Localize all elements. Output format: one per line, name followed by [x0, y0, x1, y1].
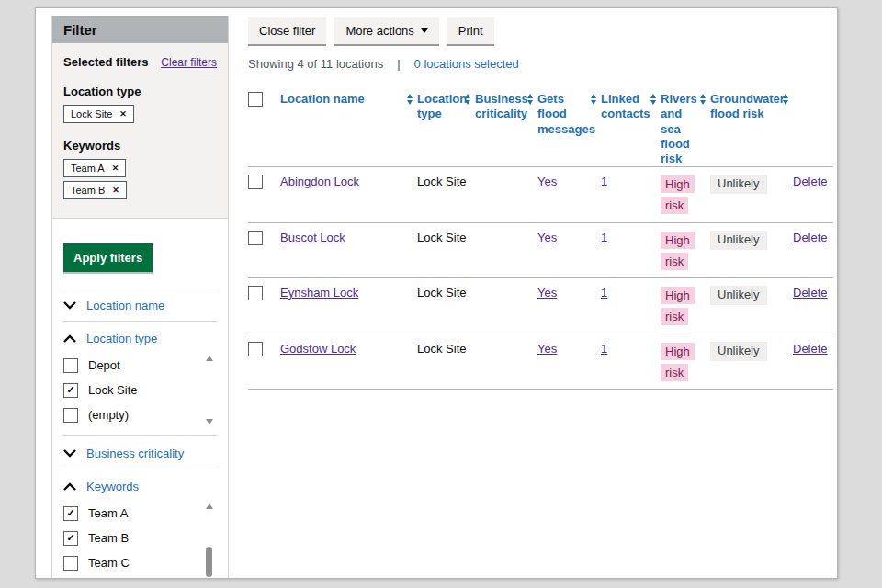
toolbar: Close filter More actions Print [248, 17, 494, 44]
column-header-label: Rivers and sea flood risk [661, 92, 697, 165]
filter-options: ✓ Depot ✓ Lock Site ✓ (empty) [63, 353, 217, 427]
more-actions-button[interactable]: More actions [334, 17, 438, 44]
groundwater-risk-cell: Unlikely [710, 286, 793, 305]
column-header[interactable]: Linked contacts [601, 92, 661, 166]
sort-up-arrow-icon [700, 94, 706, 98]
delete-link[interactable]: Delete [793, 286, 828, 300]
checkbox[interactable]: ✓ [63, 506, 78, 521]
linked-contacts-link[interactable]: 1 [601, 286, 607, 300]
row-checkbox[interactable]: ✓ [248, 342, 263, 356]
remove-tag-icon[interactable]: ✕ [119, 109, 127, 119]
checkbox[interactable]: ✓ [63, 358, 78, 373]
row-select-cell: ✓ [248, 342, 280, 356]
results-count: Showing 4 of 11 locations [248, 57, 383, 71]
row-checkbox[interactable]: ✓ [248, 286, 263, 300]
flood-messages-link[interactable]: Yes [537, 175, 557, 188]
column-header[interactable]: Rivers and sea flood risk [661, 92, 710, 166]
remove-tag-icon[interactable]: ✕ [112, 186, 119, 195]
column-header[interactable]: Location type [417, 92, 475, 166]
scroll-up-arrow-icon[interactable] [206, 356, 213, 361]
filter-option-label: Lock Site [88, 383, 137, 397]
location-type-cell: Lock Site [417, 286, 475, 301]
location-type-cell: Lock Site [417, 231, 475, 246]
filter-option[interactable]: ✓ Lock Site [63, 378, 195, 402]
linked-contacts-link[interactable]: 1 [601, 231, 607, 244]
delete-link[interactable]: Delete [793, 231, 828, 244]
location-name-cell: Abingdon Lock [280, 175, 417, 190]
groundwater-risk-cell: Unlikely [710, 175, 793, 194]
filter-option[interactable]: ✓ Upper Thames [63, 575, 195, 578]
sort-icon[interactable] [527, 94, 533, 105]
filter-section-toggle[interactable]: Location type [63, 332, 217, 345]
select-all-checkbox[interactable]: ✓ [248, 92, 263, 107]
filter-tag-row: Team B ✕ [63, 181, 217, 199]
sort-icon[interactable] [783, 94, 788, 105]
linked-contacts-link[interactable]: 1 [601, 342, 607, 356]
linked-contacts-link[interactable]: 1 [601, 175, 607, 188]
delete-link[interactable]: Delete [793, 342, 828, 356]
sort-icon[interactable] [591, 94, 596, 105]
flood-messages-link[interactable]: Yes [537, 342, 557, 356]
sort-icon[interactable] [465, 94, 470, 105]
column-header[interactable]: Gets flood messages [537, 92, 601, 166]
column-header[interactable]: Groundwater flood risk [710, 92, 793, 166]
checkbox[interactable]: ✓ [63, 383, 78, 398]
filter-tag[interactable]: Lock Site ✕ [63, 105, 134, 123]
checkbox[interactable]: ✓ [63, 556, 78, 571]
filter-option[interactable]: ✓ Depot [63, 353, 195, 378]
checkmark-icon: ✓ [66, 385, 74, 395]
filter-tag[interactable]: Team B ✕ [63, 181, 127, 199]
scroll-up-arrow-icon[interactable] [206, 503, 213, 509]
location-name-link[interactable]: Godstow Lock [280, 342, 356, 356]
table-row: ✓ Godstow Lock Lock Site Yes 1 High risk… [248, 334, 833, 390]
print-button[interactable]: Print [447, 17, 494, 44]
rivers-sea-risk-cell: High risk [661, 342, 710, 384]
column-header[interactable]: Location name [280, 92, 417, 166]
scroll-thumb[interactable] [206, 547, 212, 577]
filter-section: Location type ✓ Depot ✓ Lock Site ✓ (emp… [63, 321, 217, 435]
flood-messages-link[interactable]: Yes [537, 286, 557, 300]
filter-section-toggle[interactable]: Business criticality [63, 447, 217, 460]
filter-tags: Lock Site ✕ [63, 105, 217, 123]
row-checkbox[interactable]: ✓ [248, 231, 263, 245]
flood-messages-cell: Yes [537, 175, 601, 190]
filter-option-label: Team C [88, 556, 130, 570]
filter-section-toggle[interactable]: Keywords [63, 480, 217, 493]
location-name-link[interactable]: Eynsham Lock [280, 286, 358, 300]
location-name-link[interactable]: Abingdon Lock [280, 175, 359, 188]
chevron-down-icon [63, 449, 76, 458]
sort-icon[interactable] [650, 94, 656, 105]
delete-link[interactable]: Delete [793, 175, 828, 188]
filter-option[interactable]: ✓ Team B [63, 526, 195, 550]
locations-selected-link[interactable]: 0 locations selected [414, 57, 519, 71]
apply-filters-button[interactable]: Apply filters [63, 243, 153, 272]
flood-messages-link[interactable]: Yes [537, 231, 557, 244]
checkbox[interactable]: ✓ [63, 408, 78, 423]
scroll-down-arrow-icon[interactable] [206, 419, 213, 424]
filter-section-label: Keywords [86, 480, 139, 493]
scrollbar[interactable] [204, 356, 215, 424]
filter-option[interactable]: ✓ Team A [63, 501, 195, 526]
row-select-cell: ✓ [248, 286, 280, 300]
main-area: Close filter More actions Print Showing … [246, 8, 833, 578]
scrollbar[interactable] [204, 503, 215, 578]
sort-down-arrow-icon [407, 100, 413, 105]
checkbox[interactable]: ✓ [63, 531, 78, 546]
rivers-risk-badge: High risk [661, 232, 695, 270]
column-header[interactable]: Business criticality [475, 92, 537, 166]
filter-tag[interactable]: Team A ✕ [63, 159, 126, 177]
remove-tag-icon[interactable]: ✕ [112, 164, 119, 173]
filter-section-toggle[interactable]: Location name [63, 299, 217, 312]
column-header-label: Location type [417, 92, 467, 120]
rivers-risk-badge: High risk [661, 287, 695, 325]
filter-option[interactable]: ✓ (empty) [63, 402, 195, 427]
groundwater-risk-badge: Unlikely [710, 286, 767, 305]
row-checkbox[interactable]: ✓ [248, 175, 263, 189]
filter-option-list: ✓ Depot ✓ Lock Site ✓ (empty) [63, 353, 195, 427]
sort-icon[interactable] [700, 94, 706, 105]
location-name-link[interactable]: Buscot Lock [280, 231, 345, 244]
sort-icon[interactable] [407, 94, 413, 105]
filter-option[interactable]: ✓ Team C [63, 550, 195, 575]
close-filter-button[interactable]: Close filter [248, 17, 326, 44]
clear-filters-link[interactable]: Clear filters [161, 56, 217, 69]
